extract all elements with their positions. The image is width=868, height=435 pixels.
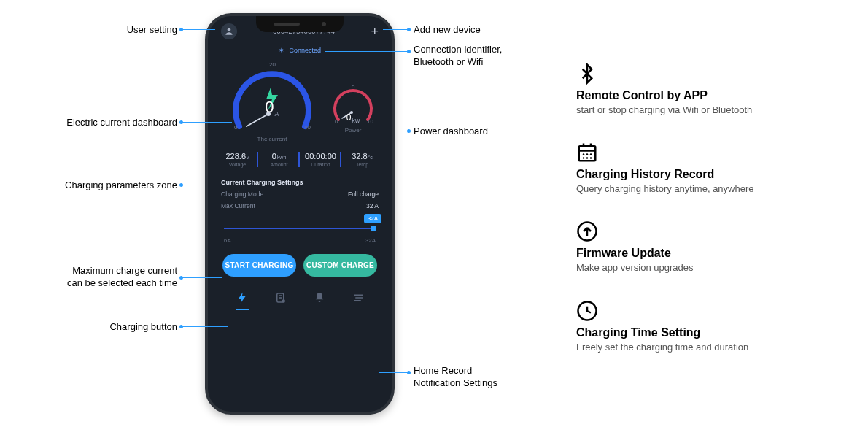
- bluetooth-icon: [576, 63, 598, 85]
- upload-icon: [576, 220, 598, 242]
- settings-title: Current Charging Settings: [221, 179, 379, 186]
- row-max-current: Max Current32 A: [221, 202, 379, 209]
- row-charging-mode: Charging ModeFull charge: [221, 190, 379, 198]
- feature-desc: Query charging history anytime, anywhere: [576, 182, 846, 196]
- svg-rect-14: [583, 144, 585, 147]
- feature-remote-control: Remote Control by APP start or stop char…: [576, 63, 846, 117]
- start-charging-button[interactable]: START CHARGING: [222, 254, 296, 277]
- feature-title: Charging Time Setting: [576, 326, 846, 339]
- callout-nav: Home Record Notification Settings: [414, 365, 497, 390]
- param-voltage: 228.6vVoltage: [220, 152, 255, 167]
- callout-max-current: Maximum charge current can be selected e…: [0, 265, 177, 290]
- tick-left: 0: [234, 124, 237, 131]
- power-gauge: 5 0 10 0kw Power: [328, 82, 379, 140]
- custom-charge-button[interactable]: CUSTOM CHARGE: [303, 254, 377, 277]
- leader: [181, 185, 216, 185]
- tick-top: 5: [352, 83, 354, 90]
- params-zone: 228.6vVoltage 0kwhAmount 00:00:00Duratio…: [220, 152, 380, 167]
- phone-notch: [256, 16, 344, 32]
- feature-desc: Make app version upgrades: [576, 261, 846, 274]
- callout-power-dash: Power dashboard: [414, 126, 488, 136]
- svg-point-20: [586, 157, 589, 159]
- clock-icon: [576, 300, 598, 322]
- callout-add-device: Add new device: [414, 24, 481, 35]
- callout-connection: Connection identifier, Bluetooth or Wifi: [414, 44, 502, 69]
- leader: [325, 51, 409, 52]
- callout-user-setting: User setting: [0, 24, 177, 35]
- svg-point-0: [228, 28, 231, 31]
- svg-point-21: [590, 157, 592, 159]
- app-screen: 3004275406077744 + ✶ Connected 20 0: [208, 16, 392, 412]
- svg-point-8: [282, 299, 285, 303]
- leader: [379, 372, 409, 373]
- connection-label: Connected: [289, 47, 321, 54]
- current-value: 0A: [265, 98, 279, 118]
- user-icon: [224, 26, 234, 36]
- power-value: 0kw: [346, 112, 360, 123]
- svg-point-18: [590, 153, 592, 155]
- svg-rect-15: [590, 144, 592, 147]
- bottom-nav: [217, 291, 383, 306]
- menu-icon: [352, 291, 365, 304]
- bluetooth-icon: ✶: [279, 47, 284, 54]
- param-temp: 32.8°cTemp: [340, 152, 380, 167]
- feature-firmware: Firmware Update Make app version upgrade…: [576, 220, 846, 274]
- param-amount: 0kwhAmount: [257, 152, 297, 167]
- feature-title: Firmware Update: [576, 247, 846, 260]
- tick-top: 20: [269, 61, 276, 68]
- leader: [181, 326, 228, 327]
- slider-badge: 32A: [364, 214, 381, 223]
- feature-history: Charging History Record Query charging h…: [576, 142, 846, 196]
- phone-mockup: 3004275406077744 + ✶ Connected 20 0: [205, 13, 395, 415]
- callout-charge-btn: Charging button: [0, 321, 177, 332]
- bell-icon: [313, 291, 326, 304]
- leader: [383, 29, 409, 30]
- add-device-button[interactable]: +: [371, 25, 379, 38]
- tick-right: 40: [304, 124, 311, 131]
- leader: [181, 122, 232, 123]
- param-duration: 00:00:00Duration: [298, 152, 338, 167]
- feature-list: Remote Control by APP start or stop char…: [576, 63, 846, 379]
- bolt-icon: [236, 291, 249, 304]
- connection-status: ✶ Connected: [217, 47, 383, 54]
- max-current-slider[interactable]: 32A: [224, 223, 376, 234]
- current-gauge: 20 0 40 0A The current: [221, 57, 323, 145]
- feature-title: Remote Control by APP: [576, 89, 846, 102]
- leader: [181, 29, 215, 30]
- tick-left: 0: [335, 118, 338, 125]
- callout-params-zone: Charging parameters zone: [0, 180, 177, 190]
- feature-title: Charging History Record: [576, 168, 846, 181]
- nav-notification[interactable]: [313, 291, 326, 306]
- nav-settings[interactable]: [352, 291, 365, 306]
- slider-range: 6A 32A: [224, 237, 376, 244]
- svg-point-19: [583, 157, 585, 159]
- calendar-icon: [576, 142, 598, 163]
- svg-point-16: [583, 153, 585, 155]
- user-setting-button[interactable]: [221, 23, 237, 39]
- svg-point-17: [586, 153, 589, 155]
- feature-desc: start or stop charging via Wifi or Bluet…: [576, 104, 846, 117]
- nav-home[interactable]: [236, 291, 249, 306]
- tick-right: 10: [367, 118, 373, 125]
- callout-current-dash: Electric current dashboard: [0, 117, 177, 128]
- feature-desc: Freely set the charging time and duratio…: [576, 341, 846, 354]
- leader: [372, 131, 409, 131]
- feature-time-setting: Charging Time Setting Freely set the cha…: [576, 300, 846, 354]
- nav-record[interactable]: [274, 291, 287, 306]
- leader: [181, 277, 222, 278]
- record-icon: [274, 291, 287, 304]
